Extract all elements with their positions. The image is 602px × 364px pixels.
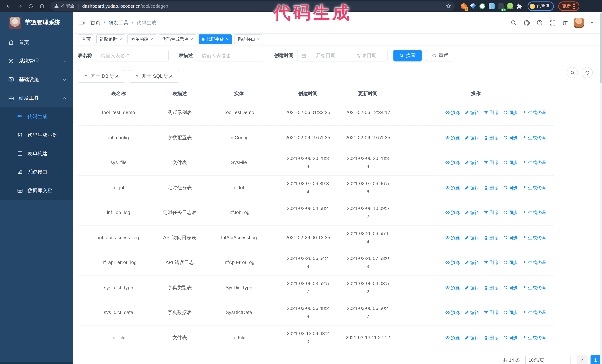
action-generate[interactable]: 生成代码 [522, 159, 546, 167]
close-icon[interactable]: × [226, 37, 229, 42]
caret-down-icon[interactable] [590, 21, 594, 25]
scrollbar-thumb[interactable] [600, 13, 602, 83]
action-preview[interactable]: 预览 [445, 309, 460, 317]
action-edit[interactable]: 编辑 [464, 159, 479, 167]
action-edit[interactable]: 编辑 [464, 109, 479, 117]
action-edit[interactable]: 编辑 [464, 234, 479, 242]
close-icon[interactable]: × [257, 37, 260, 42]
back-icon[interactable] [4, 1, 13, 11]
action-preview[interactable]: 预览 [445, 109, 460, 117]
action-sync[interactable]: 同步 [503, 184, 517, 192]
reload-icon[interactable] [26, 1, 36, 11]
action-edit[interactable]: 编辑 [464, 309, 479, 317]
scrollbar[interactable] [600, 12, 602, 364]
github-icon[interactable] [524, 20, 530, 26]
action-edit[interactable]: 编辑 [464, 334, 479, 342]
menu-dots-icon[interactable]: ●●● [573, 3, 575, 10]
action-generate[interactable]: 生成代码 [522, 284, 546, 292]
sliders-extension-icon[interactable] [489, 3, 494, 9]
bookmark-star-icon[interactable] [446, 3, 451, 9]
shield-extension-icon[interactable] [479, 3, 485, 9]
sidebar-item-system-api[interactable]: 系统接口 [0, 163, 73, 181]
sidebar-item-system[interactable]: 系统管理 [0, 52, 73, 70]
sidebar-item-db-doc[interactable]: 数据库文档 [0, 181, 73, 200]
action-generate[interactable]: 生成代码 [522, 209, 546, 217]
close-icon[interactable]: × [190, 37, 193, 42]
action-preview[interactable]: 预览 [445, 209, 460, 217]
tab-codegen-example[interactable]: 代码生成示例× [159, 34, 196, 44]
browser-update-button[interactable]: 更新 ●●● [558, 1, 579, 11]
table-name-input[interactable] [96, 50, 169, 62]
refresh-table-button[interactable] [582, 67, 593, 78]
action-delete[interactable]: 删除 [484, 334, 498, 342]
tab-form-builder[interactable]: 表单构建× [128, 34, 156, 44]
sidebar-item-codegen-example[interactable]: 代码生成示例 [0, 126, 73, 145]
toggle-search-button[interactable] [567, 67, 578, 78]
action-generate[interactable]: 生成代码 [522, 334, 546, 342]
fullscreen-icon[interactable] [549, 20, 556, 26]
gem-extension-icon[interactable] [470, 3, 476, 9]
action-sync[interactable]: 同步 [503, 159, 517, 167]
action-edit[interactable]: 编辑 [464, 184, 479, 192]
action-sync[interactable]: 同步 [503, 134, 517, 142]
tab-codegen[interactable]: 代码生成× [199, 34, 232, 44]
action-preview[interactable]: 预览 [445, 259, 460, 267]
page-size-select[interactable]: 10条/页 [525, 355, 570, 364]
help-icon[interactable] [537, 20, 543, 26]
page-button-1[interactable]: 1 [590, 355, 601, 364]
home-icon[interactable] [37, 1, 47, 11]
action-delete[interactable]: 删除 [484, 109, 498, 117]
action-generate[interactable]: 生成代码 [522, 184, 546, 192]
action-edit[interactable]: 编辑 [464, 259, 479, 267]
tab-tracing[interactable]: 链路追踪× [96, 34, 125, 44]
dark-extension-icon[interactable]: on [498, 3, 504, 9]
action-delete[interactable]: 删除 [484, 234, 498, 242]
action-sync[interactable]: 同步 [503, 234, 517, 242]
search-icon[interactable] [510, 20, 517, 26]
action-delete[interactable]: 删除 [484, 209, 498, 217]
action-delete[interactable]: 删除 [484, 184, 498, 192]
action-delete[interactable]: 删除 [484, 134, 498, 142]
not-secure-warning[interactable]: 不安全 [54, 3, 75, 9]
action-preview[interactable]: 预览 [445, 234, 460, 242]
action-sync[interactable]: 同步 [503, 209, 517, 217]
action-generate[interactable]: 生成代码 [522, 134, 546, 142]
robot-extension-icon[interactable] [507, 3, 513, 9]
action-delete[interactable]: 删除 [484, 159, 498, 167]
import-db-button[interactable]: 基于 DB 导入 [78, 70, 125, 83]
action-preview[interactable]: 预览 [445, 159, 460, 167]
action-edit[interactable]: 编辑 [464, 209, 479, 217]
action-sync[interactable]: 同步 [503, 259, 517, 267]
action-generate[interactable]: 生成代码 [522, 109, 546, 117]
action-preview[interactable]: 预览 [445, 284, 460, 292]
action-generate[interactable]: 生成代码 [522, 234, 546, 242]
action-preview[interactable]: 预览 [445, 134, 460, 142]
hamburger-icon[interactable] [73, 12, 90, 33]
table-desc-input[interactable] [197, 50, 264, 62]
tab-home[interactable]: 首页 [78, 34, 94, 44]
action-edit[interactable]: 编辑 [464, 134, 479, 142]
avatar[interactable] [574, 18, 584, 28]
sidebar-item-codegen[interactable]: </> 代码生成 [0, 107, 73, 126]
sidebar-item-home[interactable]: 首页 [0, 33, 73, 52]
action-generate[interactable]: 生成代码 [522, 309, 546, 317]
breadcrumb-devtools[interactable]: 研发工具 [108, 20, 129, 26]
paused-profile-badge[interactable]: 已暂停 [527, 1, 554, 11]
app-logo[interactable]: 芋道管理系统 [0, 12, 73, 33]
breadcrumb-home[interactable]: 首页 [90, 20, 100, 26]
close-icon[interactable]: × [150, 37, 153, 42]
font-size-icon[interactable]: tT [562, 20, 568, 26]
prev-page-button[interactable] [577, 355, 587, 364]
action-preview[interactable]: 预览 [445, 334, 460, 342]
date-range-picker[interactable]: 开始日期 - 结束日期 [297, 50, 387, 62]
sidebar-item-infra[interactable]: 基础设施 [0, 70, 73, 89]
search-button[interactable]: 搜索 [393, 50, 422, 62]
action-sync[interactable]: 同步 [503, 284, 517, 292]
action-preview[interactable]: 预览 [445, 184, 460, 192]
tab-system-api[interactable]: 系统接口× [234, 34, 263, 44]
action-sync[interactable]: 同步 [503, 309, 517, 317]
action-delete[interactable]: 删除 [484, 259, 498, 267]
action-sync[interactable]: 同步 [503, 334, 517, 342]
reset-button[interactable]: 重置 [426, 50, 454, 62]
action-sync[interactable]: 同步 [503, 109, 517, 117]
